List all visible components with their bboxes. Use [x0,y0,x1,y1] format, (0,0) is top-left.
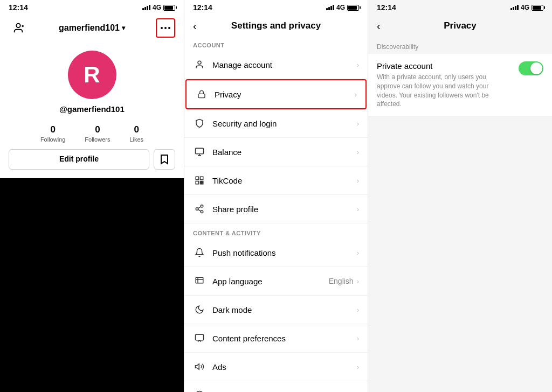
private-account-title: Private account [377,61,510,71]
settings-panel: 12:14 4G ‹ Settings and privacy ACCOUNT [184,0,368,392]
privacy-panel: 12:14 4G ‹ Privacy Discoverability Priva… [368,0,552,392]
settings-item-balance[interactable]: Balance › [184,138,368,166]
settings-item-share-profile[interactable]: Share profile › [184,195,368,223]
chevron-right-icon: › [357,61,359,69]
content-section-label: CONTENT & ACTIVITY [184,223,368,239]
chevron-right-icon: › [357,306,359,314]
profile-header: gamerfiend101 ▾ [0,14,184,42]
privacy-navbar: ‹ Privacy [368,14,552,36]
battery-icon-2 [347,5,359,11]
edit-profile-button[interactable]: Edit profile [9,149,149,170]
action-row: Edit profile [0,149,184,178]
back-button[interactable]: ‹ [193,20,197,32]
chevron-right-icon: › [357,148,359,156]
status-icons-2: 4G [326,4,359,11]
wellbeing-icon [193,389,206,392]
avatar-section: R @gamerfiend101 [0,42,184,118]
signal-icon-2 [326,5,334,10]
status-bar-1: 12:14 4G [0,0,184,14]
settings-item-tikcode[interactable]: TikCode › [184,166,368,195]
network-label-3: 4G [521,4,529,11]
settings-item-app-language[interactable]: App language English › [184,267,368,296]
person-icon [193,58,206,71]
svg-point-20 [201,211,203,213]
bookmark-button[interactable] [154,149,175,170]
privacy-content: Discoverability Private account With a p… [368,36,552,392]
chevron-right-icon: › [357,363,359,371]
network-label-2: 4G [336,4,345,11]
chevron-right-icon: › [355,90,357,99]
private-account-item: Private account With a private account, … [368,54,552,117]
signal-icon-3 [510,5,519,10]
chevron-right-icon: › [357,205,359,213]
more-button[interactable] [156,18,175,38]
language-icon [193,275,206,288]
svg-rect-16 [201,183,202,184]
svg-rect-23 [196,277,203,283]
profile-panel: 12:14 4G gamerfiend101 ▾ [0,0,184,392]
add-user-button[interactable] [9,18,28,38]
following-stat[interactable]: 0 Following [40,124,65,143]
private-account-content: Private account With a private account, … [377,61,510,109]
settings-title: Settings and privacy [231,20,321,31]
settings-item-manage-account[interactable]: Manage account › [184,51,368,79]
chevron-right-icon: › [357,177,359,185]
settings-item-ads[interactable]: Ads › [184,353,368,381]
bell-icon [193,246,206,259]
ads-icon [193,360,206,373]
share-icon [193,202,206,215]
account-section-label: ACCOUNT [184,36,368,51]
svg-rect-11 [196,177,198,179]
svg-rect-14 [201,181,202,183]
settings-item-security[interactable]: Security and login › [184,109,368,138]
svg-line-21 [198,209,201,211]
status-icons-3: 4G [510,4,543,11]
moon-icon [193,303,206,316]
settings-navbar: ‹ Settings and privacy [184,14,368,36]
battery-icon-3 [532,5,543,11]
privacy-title: Privacy [444,20,477,31]
svg-rect-15 [202,183,203,184]
time-2: 12:14 [193,3,212,12]
avatar: R [68,51,116,99]
chevron-right-icon: › [357,277,359,285]
likes-stat[interactable]: 0 Likes [129,124,143,143]
privacy-back-button[interactable]: ‹ [377,20,381,32]
network-label-1: 4G [153,4,161,11]
svg-rect-12 [201,177,203,179]
discoverability-label: Discoverability [368,36,552,54]
balance-icon [193,145,206,158]
stats-row: 0 Following 0 Followers 0 Likes [0,118,184,149]
chevron-right-icon: › [357,334,359,342]
chevron-right-icon: › [357,249,359,257]
settings-item-privacy[interactable]: Privacy › [185,79,367,109]
status-icons-1: 4G [142,4,175,11]
svg-point-0 [16,24,20,27]
svg-point-3 [161,27,163,29]
svg-marker-27 [196,364,199,370]
svg-point-5 [168,27,170,29]
settings-item-push-notifications[interactable]: Push notifications › [184,239,368,267]
user-handle: @gamerfiend101 [59,104,125,114]
time-1: 12:14 [9,3,28,12]
tikcode-icon [193,174,206,187]
svg-point-19 [196,208,198,211]
settings-item-digital-wellbeing[interactable]: Digital Wellbeing › [184,381,368,392]
signal-icon [142,5,150,10]
status-bar-2: 12:14 4G [184,0,368,14]
followers-stat[interactable]: 0 Followers [85,124,110,143]
status-bar-3: 12:14 4G [368,0,552,14]
svg-line-22 [198,207,201,208]
settings-list: ACCOUNT Manage account › Privacy › [184,36,368,392]
username-header[interactable]: gamerfiend101 ▾ [59,23,125,33]
settings-item-dark-mode[interactable]: Dark mode › [184,296,368,324]
svg-rect-7 [198,94,205,97]
svg-point-4 [164,27,167,29]
private-account-toggle[interactable] [519,61,543,75]
svg-rect-13 [196,181,198,184]
content-icon [193,332,206,345]
black-area [0,178,184,392]
svg-point-18 [201,205,203,208]
battery-icon-1 [163,5,175,11]
settings-item-content-preferences[interactable]: Content preferences › [184,324,368,353]
